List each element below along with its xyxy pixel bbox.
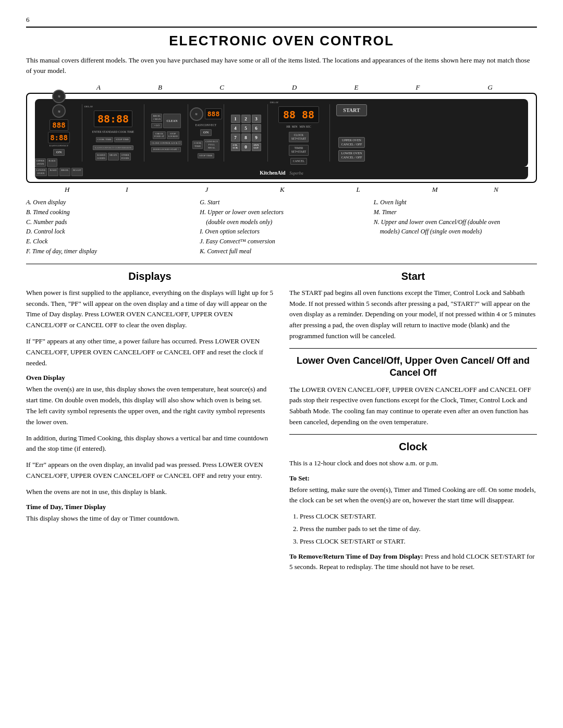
numpad-grid: 1 2 3 4 5 6 7 8 9 CTLLCK 0 OVNLGT <box>231 115 261 151</box>
round-btn-left2: ≋ <box>52 104 66 118</box>
btn-upper-oven: UPPEROVEN <box>35 158 46 167</box>
btn-lower-oven: LOWEROVEN <box>35 168 47 176</box>
legend-n2: models) Cancel Off (single oven models) <box>374 227 537 236</box>
rule-2 <box>289 348 537 349</box>
label-b: B <box>158 83 162 92</box>
legend-h2: (double oven models only) <box>200 218 363 227</box>
label-m: M <box>432 186 438 194</box>
rule-1 <box>26 264 537 264</box>
btn-timer-set: TIMERSET•START <box>289 145 309 155</box>
divider-1 <box>82 104 82 162</box>
panel-section-mid: BROIL• MAX • LO CLEAN CHECKFOOD AT STOPL… <box>146 102 186 164</box>
label-k: K <box>280 186 285 194</box>
legend-n: N. Upper and lower oven Cancel/Off (doub… <box>374 218 537 227</box>
numpad-3: 3 <box>252 115 261 123</box>
btn-cook-time-r: COOKTIME <box>192 141 203 149</box>
label-e: E <box>354 83 358 92</box>
btn-bake2: BAKE <box>48 168 58 176</box>
btn-close-door: CLOSE CONTROL LOCK ☐ <box>150 141 182 146</box>
btn-on-right: ON <box>200 129 212 136</box>
btn-on-left: ON <box>53 149 65 156</box>
cancel-title: Lower Oven Cancel/Off, Upper Oven Cancel… <box>289 355 537 379</box>
displays-title: Displays <box>26 270 274 282</box>
divider-4 <box>224 104 224 162</box>
btn-check-food: CHECKFOOD AT <box>153 131 166 139</box>
brand-superba: Superba <box>289 171 303 176</box>
panel-section-start-cancel: START UPPER OVENCANCEL / OFF LOWER OVENC… <box>332 102 371 164</box>
btn-baked-goods: BAKEDGOODS <box>95 153 107 161</box>
numpad-oven-light: OVNLGT <box>252 143 261 151</box>
brand-name: KitchenAid <box>260 170 285 176</box>
btn-broil-left: BROIL <box>59 168 70 176</box>
page-title: ELECTRONIC OVEN CONTROL <box>26 33 537 49</box>
oven-diagram-container: ≋ ≋ 888 8:88 EASYCONVECT ON UPPEROVEN BA… <box>26 93 537 183</box>
legend-col-2: G. Start H. Upper or lower oven selector… <box>200 198 363 256</box>
btn-bake-left: BAKE <box>47 158 57 167</box>
intro-paragraph: This manual covers different models. The… <box>26 55 537 76</box>
displays-body1: When power is first supplied to the appl… <box>26 288 274 331</box>
legend-col-1: A. Oven display B. Timed cooking C. Numb… <box>26 198 189 256</box>
legend: A. Oven display B. Timed cooking C. Numb… <box>26 198 537 256</box>
oven-display-body4: When the ovens are not in use, this disp… <box>26 487 274 498</box>
btn-convect: CONVECTFULLMEAL <box>204 139 219 151</box>
btn-stop-locked: STOPLOCKED <box>167 131 179 139</box>
rule-3 <box>289 434 537 435</box>
diagram-top-labels: A B C D E F G <box>26 83 537 92</box>
panel-section-a: ≋ ≋ 888 8:88 EASYCONVECT ON UPPEROVEN BA… <box>38 102 80 164</box>
time-display-body: This display shows the time of day or Ti… <box>26 513 274 524</box>
legend-d: D. Control lock <box>26 227 189 236</box>
label-a: A <box>96 83 101 92</box>
col-right-content: Start The START pad begins all oven func… <box>289 270 537 578</box>
to-set-title: To Set: <box>289 474 537 483</box>
text-delay: DELAY <box>84 105 93 109</box>
label-j: J <box>205 186 208 194</box>
easyconvect-label: EASYCONVECT CONVERSION <box>93 145 133 150</box>
start-body: The START pad begins all oven functions … <box>289 288 537 342</box>
numpad-1: 1 <box>231 115 240 123</box>
col-displays: Displays When power is first supplied to… <box>26 270 274 578</box>
legend-e: E. Clock <box>26 237 189 246</box>
start-title: Start <box>289 270 537 282</box>
label-d: D <box>292 83 297 92</box>
legend-f: F. Time of day, timer display <box>26 247 189 256</box>
remove-return-bold: To Remove/Return Time of Day from Displa… <box>289 552 423 560</box>
cancel-body: The LOWER OVEN CANCEL/OFF, UPPER OVEN CA… <box>289 385 537 428</box>
page-number: 6 <box>26 16 537 24</box>
legend-m: M. Timer <box>374 208 537 217</box>
display-left-small: 888 <box>50 119 68 131</box>
btn-stop-time: STOP TIME <box>114 137 130 143</box>
display-right-small: 888 <box>205 108 222 119</box>
btn-meats: MEATS <box>108 153 119 161</box>
legend-l: L. Oven light <box>374 198 537 207</box>
btn-timer-cancel: CANCEL <box>290 158 307 165</box>
legend-j: J. Easy Convect™ conversion <box>200 237 363 246</box>
hr-min-labels: HR MIN MIN SEC <box>286 125 311 129</box>
text-cook-time: ENTER STANDARD COOK TIME <box>92 130 134 134</box>
label-c: C <box>219 83 224 92</box>
btn-start: START <box>336 104 366 116</box>
to-set-body: Before setting, make sure the oven(s), T… <box>289 485 537 507</box>
numpad-8: 8 <box>241 133 251 142</box>
clock-title: Clock <box>289 441 537 453</box>
numpad-0: 0 <box>241 143 251 151</box>
numpad-control-lock: CTLLCK <box>231 143 240 151</box>
numpad-2: 2 <box>241 115 251 123</box>
btn-door: DOOR LOCKED START ↑ <box>151 147 180 152</box>
btn-lower-oven-cancel: LOWER OVENCANCEL / OFF <box>338 150 365 162</box>
legend-c: C. Number pads <box>26 218 189 227</box>
clock-step-3: Press CLOCK SET/START or START. <box>300 536 537 547</box>
displays-body2: If "PF" appears at any other time, a pow… <box>26 336 274 368</box>
btn-other-foods: OTHERFOODS <box>120 153 131 161</box>
divider-6 <box>329 104 330 162</box>
oven-display-title: Oven Display <box>26 374 274 382</box>
remove-return: To Remove/Return Time of Day from Displa… <box>289 551 537 573</box>
panel-section-numpad: 1 2 3 4 5 6 7 8 9 CTLLCK 0 OVNLGT <box>226 102 265 164</box>
time-display-title: Time of Day, Timer Display <box>26 503 274 511</box>
text-easyconvect-r: EASYCONVECT <box>195 124 216 127</box>
oven-panel: ≋ ≋ 888 8:88 EASYCONVECT ON UPPEROVEN BA… <box>35 99 528 167</box>
text-easyconvect: EASYCONVECT <box>50 144 69 148</box>
legend-b: B. Timed cooking <box>26 208 189 217</box>
divider-5 <box>267 104 268 162</box>
panel-section-bci: DELAY 88:88 ENTER STANDARD COOK TIME COO… <box>84 102 142 164</box>
btn-cook-time: COOK TIME <box>96 137 114 143</box>
